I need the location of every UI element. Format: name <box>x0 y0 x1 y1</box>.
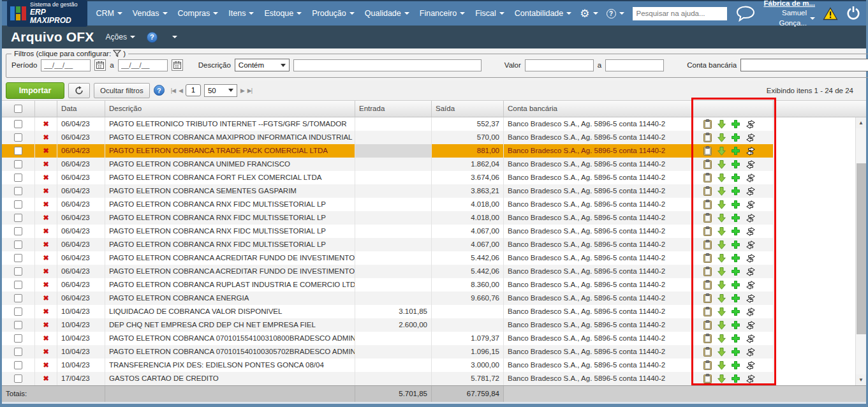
clipboard-icon[interactable] <box>703 240 712 249</box>
table-row[interactable]: ✖ 06/04/23 PAGTO ELETRON COBRANCA ACREDI… <box>2 251 774 265</box>
toolbar-help-icon[interactable]: ? <box>154 85 165 96</box>
table-row[interactable]: ✖ 06/04/23 PAGTO ELETRON COBRANCA UNIMED… <box>2 158 774 171</box>
delete-x-icon[interactable]: ✖ <box>43 198 48 211</box>
row-checkbox[interactable] <box>14 133 22 142</box>
company-link[interactable]: Fábrica de m... <box>763 0 815 8</box>
table-row[interactable]: ✖ 06/04/23 PAGTO ELETRON COBRANCA TRADE … <box>2 144 774 158</box>
row-checkbox[interactable] <box>14 120 22 128</box>
settings-menu[interactable]: ⚙ <box>580 8 598 19</box>
actions-dropdown[interactable]: Ações <box>106 33 135 41</box>
reconcile-swap-icon[interactable] <box>746 321 756 330</box>
clipboard-icon[interactable] <box>703 133 712 142</box>
menu-item[interactable]: Compras <box>178 9 219 18</box>
delete-x-icon[interactable]: ✖ <box>43 144 48 158</box>
menu-item[interactable]: Fiscal <box>475 9 504 18</box>
entrada-column-header[interactable]: Entrada <box>355 101 432 117</box>
delete-x-icon[interactable]: ✖ <box>43 171 48 184</box>
reconcile-swap-icon[interactable] <box>746 294 756 303</box>
periodo-from-input[interactable] <box>41 59 91 71</box>
user-menu[interactable]: Samuel Gonça... <box>763 8 815 28</box>
next-page-icon[interactable]: ▶ <box>240 87 244 94</box>
add-plus-icon[interactable] <box>732 348 740 356</box>
clipboard-icon[interactable] <box>703 267 712 276</box>
power-logout-icon[interactable] <box>846 6 861 21</box>
download-arrow-icon[interactable] <box>717 374 726 383</box>
add-plus-icon[interactable] <box>732 267 740 276</box>
last-page-icon[interactable]: ▶| <box>247 87 252 94</box>
reconcile-swap-icon[interactable] <box>746 133 756 142</box>
reconcile-swap-icon[interactable] <box>746 281 756 290</box>
delete-x-icon[interactable]: ✖ <box>43 372 48 385</box>
download-arrow-icon[interactable] <box>717 200 726 209</box>
download-arrow-icon[interactable] <box>717 214 726 223</box>
add-plus-icon[interactable] <box>732 307 740 316</box>
table-row[interactable]: ✖ 06/04/23 PAGTO ELETRON COBRANCA RNX FI… <box>2 211 774 225</box>
download-arrow-icon[interactable] <box>717 361 726 370</box>
reconcile-swap-icon[interactable] <box>746 254 756 263</box>
clipboard-icon[interactable] <box>703 347 712 357</box>
add-plus-icon[interactable] <box>732 254 740 262</box>
row-checkbox[interactable] <box>14 200 22 209</box>
row-checkbox[interactable] <box>14 160 22 168</box>
add-plus-icon[interactable] <box>732 214 740 222</box>
add-plus-icon[interactable] <box>732 281 740 289</box>
download-arrow-icon[interactable] <box>717 281 726 290</box>
delete-x-icon[interactable]: ✖ <box>43 251 48 265</box>
add-plus-icon[interactable] <box>732 321 740 329</box>
clipboard-icon[interactable] <box>703 360 712 370</box>
add-plus-icon[interactable] <box>732 374 740 383</box>
help-search-input[interactable] <box>633 7 727 20</box>
add-plus-icon[interactable] <box>732 227 740 235</box>
table-row[interactable]: ✖ 06/04/23 PAGTO ELETRON COBRANCA MAXIPR… <box>2 131 774 144</box>
download-arrow-icon[interactable] <box>717 254 726 263</box>
clipboard-icon[interactable] <box>703 200 712 209</box>
menu-item[interactable]: Qualidade <box>365 9 409 18</box>
table-row[interactable]: ✖ 06/04/23 PAGTO ELETRONICO TRIBUTO INTE… <box>2 117 774 131</box>
table-row[interactable]: ✖ 06/04/23 PAGTO ELETRON COBRANCA ENERGI… <box>2 292 774 305</box>
scroll-up-icon[interactable]: ▲ <box>856 117 866 128</box>
table-row[interactable]: ✖ 06/04/23 PAGTO ELETRON COBRANCA ACREDI… <box>2 265 774 278</box>
descricao-operator-select[interactable]: Contém <box>235 59 290 71</box>
table-row[interactable]: ✖ 10/04/23 DEP CHQ NET EMPRESA CRD DEP C… <box>2 318 774 332</box>
refresh-button[interactable] <box>68 83 90 98</box>
reconcile-swap-icon[interactable] <box>746 227 756 236</box>
clipboard-icon[interactable] <box>703 226 712 236</box>
row-checkbox[interactable] <box>14 187 22 195</box>
clipboard-icon[interactable] <box>703 374 712 383</box>
valor-from-input[interactable] <box>525 59 594 71</box>
download-arrow-icon[interactable] <box>717 294 726 303</box>
add-plus-icon[interactable] <box>732 147 740 155</box>
table-row[interactable]: ✖ 06/04/23 PAGTO ELETRON COBRANCA RNX FI… <box>2 225 774 238</box>
table-row[interactable]: ✖ 06/04/23 PAGTO ELETRON COBRANCA SEMENT… <box>2 184 774 198</box>
clipboard-icon[interactable] <box>703 253 712 263</box>
add-plus-icon[interactable] <box>732 187 740 195</box>
delete-x-icon[interactable]: ✖ <box>43 345 48 359</box>
scrollbar-thumb[interactable] <box>857 163 866 334</box>
download-arrow-icon[interactable] <box>717 147 726 156</box>
data-column-header[interactable]: Data <box>57 101 105 117</box>
add-plus-icon[interactable] <box>732 200 740 209</box>
menu-item[interactable]: CRM <box>96 9 122 18</box>
add-plus-icon[interactable] <box>732 241 740 249</box>
saida-column-header[interactable]: Saída <box>432 101 504 117</box>
row-checkbox[interactable] <box>14 294 22 302</box>
reconcile-swap-icon[interactable] <box>746 374 756 383</box>
warning-icon[interactable] <box>823 7 838 20</box>
row-checkbox[interactable] <box>14 348 22 356</box>
row-checkbox[interactable] <box>14 214 22 222</box>
delete-x-icon[interactable]: ✖ <box>43 332 48 345</box>
reconcile-swap-icon[interactable] <box>746 214 756 223</box>
descricao-column-header[interactable]: Descrição <box>105 101 355 117</box>
row-checkbox[interactable] <box>14 281 22 289</box>
clipboard-icon[interactable] <box>703 213 712 223</box>
reconcile-swap-icon[interactable] <box>746 147 756 156</box>
row-checkbox[interactable] <box>14 174 22 182</box>
delete-x-icon[interactable]: ✖ <box>43 225 48 238</box>
menu-item[interactable]: Produção <box>312 9 355 18</box>
clipboard-icon[interactable] <box>703 280 712 290</box>
row-checkbox[interactable] <box>14 227 22 235</box>
delete-x-icon[interactable]: ✖ <box>43 359 48 372</box>
table-row[interactable]: ✖ 10/04/23 PAGTO ELETRON COBRANCA 070101… <box>2 332 774 345</box>
download-arrow-icon[interactable] <box>717 174 726 182</box>
row-checkbox[interactable] <box>14 267 22 276</box>
